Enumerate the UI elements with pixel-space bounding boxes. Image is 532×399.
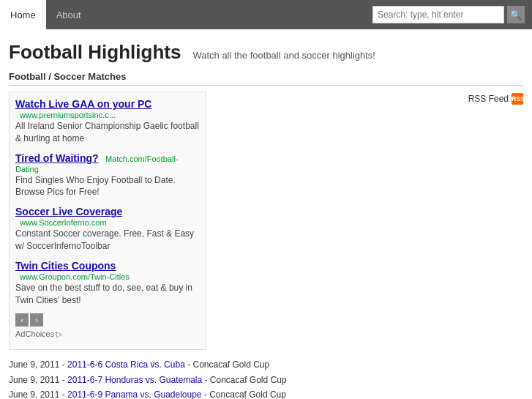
ad-nav: ‹ › [15, 313, 200, 327]
search-input[interactable] [372, 6, 504, 23]
ad-item-1: Watch Live GAA on your PC www.premiumspo… [15, 98, 200, 145]
nav-tab-home[interactable]: Home [0, 0, 46, 29]
ad-desc-4: Save on the best stuff to do, see, eat &… [15, 282, 200, 307]
match-item: June 9, 2011 - 2011-6-7 Honduras vs. Gua… [9, 373, 523, 387]
nav-tab-about[interactable]: About [46, 0, 91, 29]
match-item: June 9, 2011 - 2011-6-9 Panama vs. Guade… [9, 387, 523, 399]
ad-desc-2: Find Singles Who Enjoy Football to Date.… [15, 174, 200, 199]
ad-title-3[interactable]: Soccer Live Coverage [15, 206, 122, 217]
match-link[interactable]: 2011-6-9 Panama vs. Guadeloupe [67, 389, 201, 399]
ad-url-3: www.SoccerInferno.com [20, 218, 107, 227]
ad-item-4: Twin Cities Coupons www.Groupon.com/Twin… [15, 260, 200, 307]
search-icon: 🔍 [510, 10, 522, 20]
ad-prev-button[interactable]: ‹ [15, 313, 29, 327]
match-competition: - Concacaf Gold Cup [202, 375, 286, 385]
ad-item-3: Soccer Live Coverage www.SoccerInferno.c… [15, 206, 200, 253]
match-competition: - Concacaf Gold Cup [185, 359, 269, 370]
ad-choices[interactable]: AdChoices ▷ [15, 329, 200, 339]
search-button[interactable]: 🔍 [507, 6, 525, 23]
matches-area: June 9, 2011 - 2011-6-6 Costa Rica vs. C… [9, 357, 523, 399]
match-competition: - Concacaf Gold Cup [202, 389, 286, 399]
match-date: June 9, 2011 - [9, 359, 67, 370]
site-header: Football Highlights Watch all the footba… [9, 41, 523, 64]
section-heading: Football / Soccer Matches [9, 71, 523, 86]
site-title: Football Highlights [9, 41, 181, 64]
match-date: June 9, 2011 - [9, 389, 67, 399]
match-link[interactable]: 2011-6-6 Costa Rica vs. Cuba [67, 359, 185, 370]
match-item: June 9, 2011 - 2011-6-6 Costa Rica vs. C… [9, 357, 523, 372]
page-container: Football Highlights Watch all the footba… [0, 29, 532, 399]
ad-desc-1: All Ireland Senior Championship Gaelic f… [15, 120, 200, 145]
match-date: June 9, 2011 - [9, 375, 67, 385]
ad-title-1[interactable]: Watch Live GAA on your PC [15, 98, 151, 110]
ad-block: Watch Live GAA on your PC www.premiumspo… [9, 92, 206, 350]
nav-tabs: Home About [0, 0, 91, 29]
ad-item-2: Tired of Waiting? Match.com/Football-Dat… [15, 152, 200, 199]
site-tagline: Watch all the football and soccer highli… [192, 50, 375, 61]
rss-icon: RSS [512, 93, 523, 105]
rss-label: RSS Feed [468, 94, 509, 104]
navbar: Home About 🔍 [0, 0, 532, 29]
match-link[interactable]: 2011-6-7 Honduras vs. Guatemala [67, 375, 202, 385]
rss-area[interactable]: RSS Feed RSS [468, 93, 523, 105]
ad-next-button[interactable]: › [30, 313, 43, 327]
ad-url-4: www.Groupon.com/Twin-Cities [20, 272, 130, 281]
ad-url-1: www.premiumsportsinc.c... [20, 111, 116, 119]
ad-title-2[interactable]: Tired of Waiting? [15, 152, 99, 164]
search-area: 🔍 [365, 0, 532, 29]
ad-title-4[interactable]: Twin Cities Coupons [15, 260, 116, 272]
ad-desc-3: Constant Soccer coverage. Free, Fast & E… [15, 228, 200, 253]
